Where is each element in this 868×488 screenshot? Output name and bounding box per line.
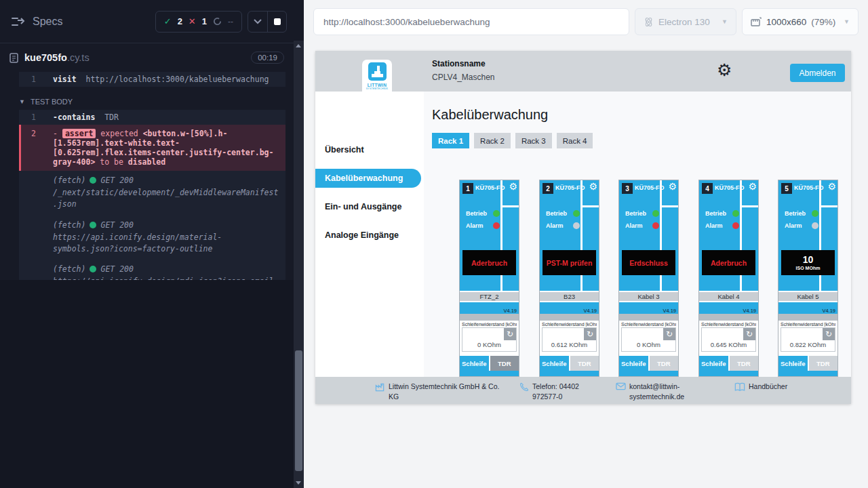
rack-tab[interactable]: Rack 4	[557, 133, 593, 148]
tdr-button[interactable]: TDR	[650, 356, 679, 371]
contains-arg: TDR	[104, 113, 119, 122]
refresh-icon[interactable]: ↻	[663, 328, 675, 340]
refresh-icon[interactable]: ↻	[743, 328, 755, 340]
app-frame: Stationsname CPLV4_Maschen ⚙ Abmelden LI…	[315, 51, 851, 404]
refresh-icon[interactable]: ↻	[823, 328, 835, 340]
loop-resistance-value: 0 KOhm	[622, 341, 675, 348]
device-settings-gear-icon[interactable]: ⚙	[589, 181, 597, 192]
browser-name: Electron 130	[658, 17, 710, 27]
status-display: Aderbruch	[462, 250, 516, 275]
status-text: Aderbruch	[471, 259, 507, 267]
device-model: KÜ705-FO	[794, 184, 824, 191]
rack-tab[interactable]: Rack 1	[432, 133, 469, 148]
tdr-button[interactable]: TDR	[570, 356, 599, 371]
visit-command-row[interactable]: 1 visit http://localhost:3000/kabelueber…	[19, 72, 285, 87]
tdr-button[interactable]: TDR	[809, 356, 838, 371]
schleife-button[interactable]: Schleife	[778, 356, 808, 371]
status-ok-dot	[90, 222, 96, 228]
ruler-icon	[751, 17, 762, 26]
schleife-button[interactable]: Schleife	[460, 356, 489, 371]
loop-resistance-label: Schleifenwiderstand [kOhm]	[621, 322, 676, 327]
reporter-scrollbar[interactable]	[294, 41, 304, 488]
alarm-led	[732, 222, 739, 229]
tdr-button[interactable]: TDR	[490, 356, 519, 371]
app-header: Stationsname CPLV4_Maschen ⚙ Abmelden	[315, 51, 851, 92]
failed-x-icon: ✕	[189, 16, 196, 26]
loop-resistance-value: 0.645 KOhm	[702, 341, 755, 348]
scroll-up-arrow[interactable]	[296, 44, 301, 47]
contains-command-row[interactable]: 1 -contains TDR	[19, 110, 285, 125]
schleife-button[interactable]: Schleife	[699, 356, 728, 371]
logout-button[interactable]: Abmelden	[790, 64, 845, 82]
device-settings-gear-icon[interactable]: ⚙	[509, 181, 517, 192]
sidebar-nav-item[interactable]: Übersicht	[315, 140, 424, 159]
loop-resistance-box: ↻ 0 KOhm	[621, 327, 676, 352]
card-buttons: Schleife TDR	[699, 356, 758, 371]
scroll-down-arrow[interactable]	[296, 481, 301, 485]
fetch-log-entry[interactable]: (fetch) GET 200 https://api.iconify.desi…	[19, 260, 285, 280]
fetch-log-entry[interactable]: (fetch) GET 200 https://api.iconify.desi…	[19, 216, 285, 260]
sidebar-nav-item[interactable]: Kabelüberwachung	[315, 169, 421, 188]
page-title: Kabelüberwachung	[432, 107, 548, 123]
fetch-url: https://api.iconify.design/material-symb…	[53, 232, 279, 256]
schleife-button[interactable]: Schleife	[540, 356, 569, 371]
fetch-status: GET 200	[100, 264, 133, 274]
viewport-size: 1000x660	[766, 17, 806, 27]
loop-resistance-box: ↻ 0.822 KOhm	[781, 327, 835, 352]
cable-name: B23	[540, 291, 599, 302]
firmware-version: V4.19	[663, 308, 676, 314]
fetch-status: GET 200	[100, 220, 133, 230]
alarm-label: Alarm	[705, 222, 730, 229]
fetch-prefix: (fetch)	[53, 176, 85, 185]
test-body-section[interactable]: ▼ TEST BODY	[19, 98, 285, 106]
sidebar-nav-item[interactable]: Analoge Eingänge	[315, 226, 424, 245]
test-stats[interactable]: ✓ 2 ✕ 1 --	[155, 11, 242, 33]
loop-resistance-label: Schleifenwiderstand [kOhm]	[542, 322, 597, 327]
alarm-label: Alarm	[466, 222, 490, 229]
rack-tab[interactable]: Rack 2	[474, 133, 511, 148]
footer-email[interactable]: kontakt@littwin-systemtechnik.de	[616, 382, 707, 402]
refresh-icon[interactable]: ↻	[584, 328, 596, 340]
specs-menu-icon[interactable]	[11, 16, 26, 27]
scrollbar-thumb[interactable]	[295, 350, 302, 471]
failed-assert-row[interactable]: 2 - assert expected <button.w-[50%].h-[1…	[19, 125, 285, 171]
footer-manuals-link[interactable]: Handbücher	[734, 382, 787, 392]
device-settings-gear-icon[interactable]: ⚙	[748, 181, 757, 192]
status-display: Aderbruch	[702, 250, 755, 275]
littwin-logo-icon	[368, 62, 387, 81]
test-body-block: 1 -contains TDR 2 - assert expected <but…	[19, 110, 285, 280]
loop-resistance-value: 0.612 KOhm	[542, 341, 596, 348]
loop-resistance-value: 0.822 KOhm	[781, 341, 835, 348]
device-number: 1	[462, 183, 473, 194]
card-buttons: Schleife TDR	[460, 356, 519, 371]
alarm-led	[493, 222, 500, 229]
stop-button[interactable]	[267, 12, 286, 32]
command-number: 1	[19, 113, 53, 122]
sidebar-nav: ÜbersichtKabelüberwachungEin- und Ausgän…	[315, 92, 424, 377]
device-number: 2	[542, 183, 553, 194]
schleife-button[interactable]: Schleife	[619, 356, 648, 371]
card-divider-horizontal	[742, 205, 758, 207]
tdr-button[interactable]: TDR	[730, 356, 759, 371]
fetch-log-entry[interactable]: (fetch) GET 200 /_next/static/developmen…	[19, 171, 285, 216]
chevron-down-icon	[254, 19, 262, 24]
refresh-icon[interactable]: ↻	[504, 328, 516, 340]
factory-icon	[375, 382, 385, 392]
device-settings-gear-icon[interactable]: ⚙	[668, 181, 677, 192]
iso-unit: ISO MOhm	[796, 266, 821, 270]
footer-company: Littwin Systemtechnik GmbH & Co. KG	[375, 382, 504, 402]
rack-tab[interactable]: Rack 3	[515, 133, 552, 148]
browser-selector[interactable]: Electron 130 ▼	[635, 8, 736, 35]
device-settings-gear-icon[interactable]: ⚙	[827, 181, 836, 192]
sidebar-nav-item[interactable]: Ein- und Ausgänge	[315, 197, 424, 216]
collapse-button[interactable]	[248, 12, 267, 32]
electron-atom-icon	[644, 17, 654, 27]
visit-block: 1 visit http://localhost:3000/kabelueber…	[19, 72, 285, 87]
settings-gear-icon[interactable]: ⚙	[717, 60, 732, 80]
fetch-prefix: (fetch)	[53, 220, 85, 230]
spec-file-row[interactable]: kue705fo.cy.ts 00:19	[0, 43, 294, 72]
url-input[interactable]	[313, 8, 629, 35]
viewport-selector[interactable]: 1000x660 (79%) ▼	[742, 8, 859, 35]
card-separator	[699, 314, 758, 321]
device-card: 4 KÜ705-FO ⚙ Betrieb Alarm Aderbruch Kab…	[698, 180, 759, 377]
